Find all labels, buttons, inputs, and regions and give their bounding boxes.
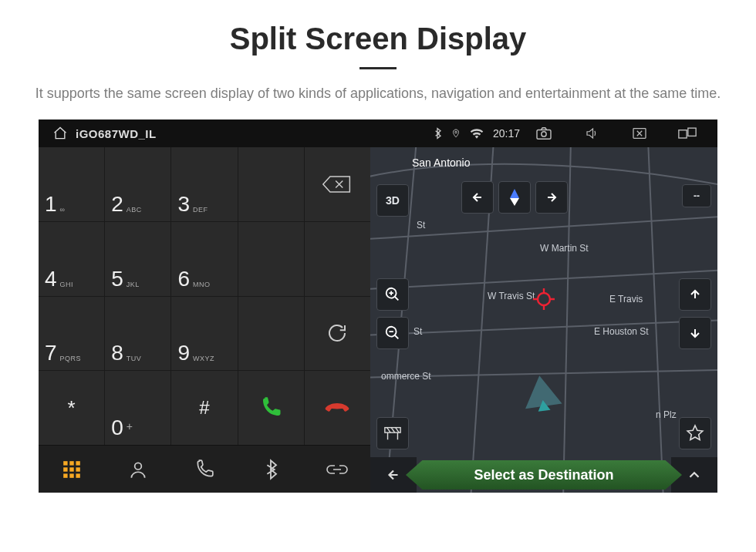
person-icon [128,459,148,480]
street-label: W Travis St [488,291,535,301]
route-info-button[interactable] [376,417,409,449]
zoom-in-icon [384,286,401,303]
tilt-down-button[interactable] [679,317,711,349]
home-icon[interactable] [52,126,68,141]
chevron-up-icon [686,466,703,483]
select-destination-button[interactable]: Select as Destination [406,460,682,490]
dialer-bottom-bar [39,445,370,493]
key-8[interactable]: 8TUV [105,297,170,371]
svg-point-16 [538,293,550,305]
destination-bar: Select as Destination [370,457,717,493]
dash-indicator: -- [682,184,711,207]
page-heading: Split Screen Display [0,0,756,69]
system-icon-bar [520,123,711,144]
street-label: St [417,220,425,231]
zoom-in-button[interactable] [376,278,409,311]
bluetooth-icon [433,127,442,140]
svg-rect-4 [679,130,687,138]
hangup-button[interactable] [305,371,370,445]
svg-rect-9 [63,467,67,471]
app-title: iGO687WD_IL [76,127,157,140]
split-view: 1∞ 2ABC 3DEF 4GHI 5JKL 6MNO 7PQRS 8TUV 9… [39,147,717,493]
wifi-icon [470,128,484,139]
keypad-spacer [238,147,304,221]
key-hash[interactable]: # [171,371,237,445]
compass-north-icon [508,189,521,206]
svg-rect-12 [63,473,67,477]
bluetooth-icon [263,459,278,480]
nav-left-button[interactable] [461,181,494,214]
view-mode-button[interactable]: 3D [376,184,409,217]
key-4[interactable]: 4GHI [39,222,104,296]
key-6[interactable]: 6MNO [171,222,237,296]
link-icon [326,460,349,479]
title-underline [359,67,397,69]
nav-compass-button[interactable] [498,181,531,214]
nav-right-button[interactable] [535,181,568,214]
keypad: 1∞ 2ABC 3DEF 4GHI 5JKL 6MNO 7PQRS 8TUV 9… [39,147,370,445]
svg-rect-11 [76,467,79,471]
screenshot-icon[interactable] [528,123,559,144]
navigation-panel[interactable]: San Antonio St W Martin St W Travis St E… [370,147,717,493]
keypad-spacer [305,222,370,296]
arrow-right-icon [544,190,559,205]
phone-call-icon [259,396,282,419]
key-2[interactable]: 2ABC [105,147,170,221]
redial-button[interactable] [305,297,370,371]
street-label: W Martin St [540,243,589,254]
keypad-tab[interactable] [49,446,95,493]
zoom-out-button[interactable] [376,317,409,349]
star-icon [686,424,704,443]
key-7[interactable]: 7PQRS [39,297,104,371]
street-label: E Travis [609,294,643,305]
arrow-left-icon [470,190,485,205]
street-label: n Plz [656,409,677,420]
street-label: St [413,326,422,337]
svg-rect-6 [63,461,67,465]
arrow-down-icon [687,325,703,341]
redial-icon [326,321,349,345]
svg-rect-7 [69,461,73,465]
recent-tab[interactable] [181,446,228,493]
svg-point-0 [455,131,457,133]
key-5[interactable]: 5JKL [105,222,170,296]
backspace-button[interactable] [305,147,370,221]
keypad-spacer [238,222,304,296]
recent-apps-icon[interactable] [672,123,703,144]
favorite-button[interactable] [679,417,711,449]
key-3[interactable]: 3DEF [171,147,237,221]
call-button[interactable] [238,371,304,445]
status-bar: iGO687WD_IL 20:17 [39,119,717,147]
backspace-icon [322,174,353,194]
target-crosshair-icon [532,288,555,311]
page-description: It supports the same screen display of t… [0,83,756,104]
bluetooth-tab[interactable] [248,446,294,493]
svg-point-2 [542,132,546,136]
phone-hangup-icon [324,399,350,417]
contacts-tab[interactable] [115,446,161,493]
svg-rect-13 [69,473,73,477]
zoom-out-icon [384,325,401,342]
close-app-icon[interactable] [624,123,655,144]
street-label: ommerce St [381,371,431,382]
svg-point-15 [135,463,142,470]
svg-rect-8 [76,461,79,465]
keypad-spacer [238,297,304,371]
key-star[interactable]: * [39,371,104,445]
clock-time: 20:17 [493,127,520,140]
vehicle-heading-icon [521,373,562,409]
svg-rect-14 [76,473,79,477]
key-0[interactable]: 0+ [105,371,170,445]
chevron-left-icon [385,466,402,483]
key-1[interactable]: 1∞ [39,147,104,221]
key-9[interactable]: 9WXYZ [171,297,237,371]
volume-icon[interactable] [576,123,607,144]
device-screenshot: iGO687WD_IL 20:17 1∞ 2ABC 3DEF [39,119,717,493]
svg-rect-10 [69,467,73,471]
link-tab[interactable] [314,446,360,493]
city-label: San Antonio [412,157,471,169]
roadblock-icon [383,425,402,442]
tilt-up-button[interactable] [679,278,711,311]
status-right: 20:17 [433,127,520,140]
arrow-up-icon [687,287,703,302]
